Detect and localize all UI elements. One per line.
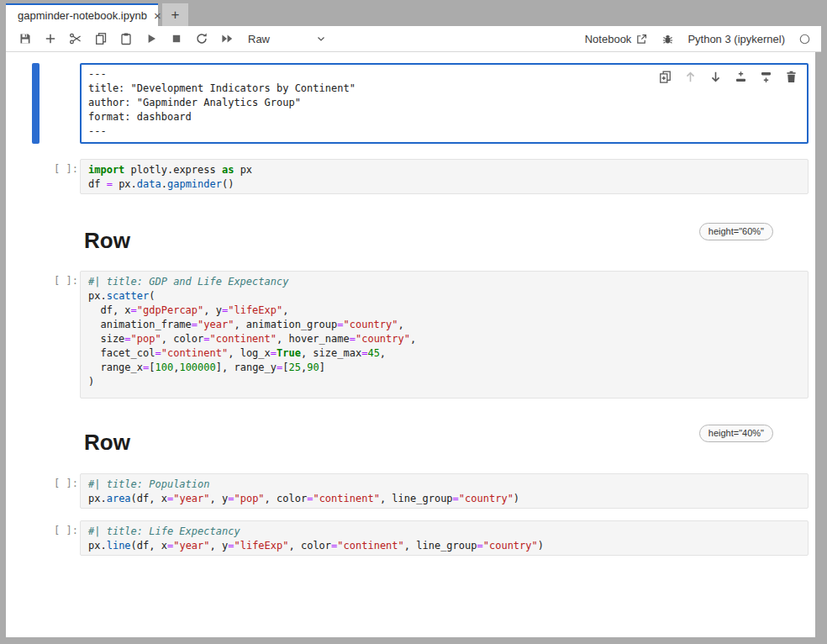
code-line: #| title: GDP and Life Expectancy	[88, 275, 808, 289]
paste-cells-button[interactable]	[113, 28, 139, 50]
cell-height-badge: height="60%"	[699, 223, 773, 240]
markdown-heading: Row	[84, 430, 130, 456]
code-line: facet_col="continent", log_x=True, size_…	[88, 346, 808, 361]
code-line: px.area(df, x="year", y="pop", color="co…	[88, 492, 808, 506]
stop-icon	[170, 32, 183, 45]
duplicate-cell-button[interactable]	[657, 69, 672, 84]
insert-cell-below-button[interactable]	[758, 69, 773, 84]
active-cell-collapser[interactable]	[32, 63, 40, 144]
cell-input-prompt: [ ]:	[54, 275, 78, 287]
code-line: #| title: Population	[88, 478, 808, 492]
code-line: )	[88, 375, 808, 389]
code-line: #| title: Life Expectancy	[88, 525, 808, 539]
cell-toolbar	[657, 69, 798, 84]
code-line: author: "Gapminder Analytics Group"	[88, 96, 807, 110]
toolbar-right: Notebook Python 3 (ipykernel)	[585, 33, 821, 45]
code-cell-editor[interactable]: #| title: Populationpx.area(df, x="year"…	[80, 473, 809, 509]
open-in-new-tab-icon	[635, 33, 648, 45]
notebook-scroll-area[interactable]: ---title: "Development Indicators by Con…	[6, 52, 821, 637]
restart-run-all-button[interactable]	[214, 28, 240, 50]
kernel-idle-circle-icon	[798, 33, 811, 45]
copy-icon	[94, 32, 108, 45]
plus-icon	[44, 32, 57, 45]
delete-cell-button[interactable]	[783, 69, 798, 84]
cell-height-badge: height="40%"	[699, 425, 773, 442]
code-cell-editor[interactable]: #| title: GDP and Life Expectancypx.scat…	[80, 271, 809, 399]
cell-type-dropdown[interactable]: Raw	[248, 33, 327, 45]
code-line: animation_frame="year", animation_group=…	[88, 318, 808, 332]
run-cell-button[interactable]	[139, 28, 164, 50]
move-cell-down-button[interactable]	[708, 69, 723, 84]
notebook-toolbar: Raw Notebook Python 3 (ipykernel)	[6, 26, 821, 52]
bug-icon	[661, 33, 674, 45]
notebook-scrollbar[interactable]	[815, 52, 821, 637]
tab-title: gapminder-notebook.ipynb	[18, 9, 147, 22]
kernel-name-button[interactable]: Python 3 (ipykernel)	[687, 33, 785, 45]
kernel-name: Python 3 (ipykernel)	[687, 33, 785, 45]
open-notebook-button[interactable]: Notebook	[585, 33, 649, 45]
debugger-toggle-button[interactable]	[661, 33, 674, 45]
markdown-cell[interactable]: Rowheight="60%"	[80, 223, 809, 261]
cell-input-prompt: [ ]:	[54, 525, 78, 536]
interrupt-kernel-button[interactable]	[164, 28, 189, 50]
trash-icon	[784, 70, 798, 84]
save-button[interactable]	[13, 28, 38, 50]
markdown-heading: Row	[84, 228, 130, 254]
code-cell-editor[interactable]: #| title: Life Expectancypx.line(df, x="…	[80, 520, 809, 556]
insert-above-icon	[734, 70, 748, 84]
jupyterlab-window: gapminder-notebook.ipynb × +	[0, 0, 827, 644]
refresh-icon	[195, 32, 208, 45]
code-line: df = px.data.gapminder()	[88, 177, 808, 192]
code-line: px.scatter(	[88, 289, 808, 304]
tab-bar: gapminder-notebook.ipynb × +	[6, 3, 821, 26]
raw-cell-editor[interactable]: ---title: "Development Indicators by Con…	[80, 63, 809, 144]
chevron-down-icon	[315, 33, 327, 45]
duplicate-icon	[658, 70, 672, 84]
insert-cell-button[interactable]	[38, 28, 63, 50]
scissors-icon	[69, 32, 82, 45]
save-icon	[18, 32, 32, 45]
code-line: format: dashboard	[88, 110, 807, 124]
notebook-label: Notebook	[585, 33, 632, 45]
cell-input-prompt: [ ]:	[54, 163, 78, 175]
insert-below-icon	[759, 70, 773, 84]
code-line: df, x="gdpPercap", y="lifeExp",	[88, 304, 808, 318]
cell-type-value: Raw	[248, 33, 270, 45]
code-line: px.line(df, x="year", y="lifeExp", color…	[88, 539, 808, 553]
code-line: range_x=[100,100000], range_y=[25,90]	[88, 361, 808, 375]
play-icon	[145, 32, 158, 45]
code-cell-editor[interactable]: import plotly.express as pxdf = px.data.…	[80, 159, 809, 194]
new-tab-button[interactable]: +	[162, 3, 188, 26]
code-line: ---	[88, 124, 807, 139]
clipboard-icon	[119, 32, 133, 45]
arrow-down-icon	[708, 70, 723, 84]
copy-cells-button[interactable]	[88, 28, 113, 50]
tab-close-icon[interactable]: ×	[154, 9, 161, 22]
cut-cells-button[interactable]	[63, 28, 88, 50]
markdown-cell[interactable]: Rowheight="40%"	[80, 425, 809, 463]
fast-forward-icon	[220, 32, 234, 45]
move-cell-up-button[interactable]	[682, 69, 698, 84]
code-line: import plotly.express as px	[88, 163, 808, 177]
tab-notebook[interactable]: gapminder-notebook.ipynb ×	[6, 3, 158, 26]
arrow-up-icon	[683, 70, 698, 84]
restart-kernel-button[interactable]	[189, 28, 214, 50]
cell-input-prompt: [ ]:	[54, 478, 78, 489]
code-line: size="pop", color="continent", hover_nam…	[88, 332, 808, 346]
insert-cell-above-button[interactable]	[733, 69, 748, 84]
